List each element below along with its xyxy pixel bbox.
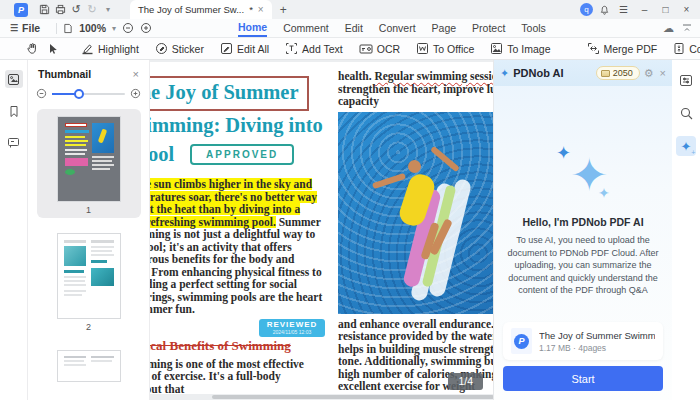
edit-all-button[interactable]: Edit All (220, 42, 269, 55)
tab-convert[interactable]: Convert (379, 20, 416, 36)
app-menu-icon[interactable]: ☰ (616, 4, 631, 15)
credits-icon (601, 70, 610, 77)
user-avatar[interactable]: q (580, 3, 593, 16)
thumbnail-panel-title: Thumbnail (38, 68, 91, 80)
ai-sparkle-icon: ✦ (500, 67, 509, 80)
page-thumbnail-2[interactable]: 2 (37, 226, 141, 335)
properties-panel-icon[interactable] (676, 70, 696, 90)
merge-pdf-button[interactable]: Merge PDF (587, 42, 658, 55)
merge-pdf-label: Merge PDF (604, 43, 658, 55)
file-menu[interactable]: ☰ File (0, 22, 50, 34)
page-thumbnail-1[interactable]: 1 (37, 109, 141, 218)
divider (56, 23, 57, 34)
section-heading-strikethrough[interactable]: Physical Benefits of Swimming (150, 338, 325, 354)
zoom-in-icon[interactable] (140, 22, 152, 34)
document-title-line1-box: The Joy of Summer (150, 76, 325, 111)
tab-home[interactable]: Home (238, 19, 267, 37)
tab-page[interactable]: Page (432, 20, 457, 36)
document-tab-title: The Joy of Summer Sw... (138, 4, 244, 15)
reviewed-stamp[interactable]: REVIEWED 2024/11/05 12:03 (259, 319, 325, 337)
approved-stamp[interactable]: APPROVED (190, 144, 294, 165)
thumbnail-preview (58, 351, 120, 381)
reviewed-stamp-label: REVIEWED (259, 320, 325, 329)
thumbnail-preview (58, 117, 120, 201)
to-office-label: To Office (433, 43, 474, 55)
page-fit-icon[interactable] (63, 23, 73, 34)
tab-comment[interactable]: Comment (283, 20, 329, 36)
notification-bell-icon[interactable] (599, 4, 610, 15)
ai-welcome-title: Hello, I'm PDNob PDF AI (494, 216, 672, 228)
zoom-dropdown-icon[interactable]: ▾ (112, 24, 116, 33)
bookmark-panel-icon[interactable] (5, 102, 23, 120)
horizontal-scrollbar[interactable] (212, 395, 493, 399)
ai-start-button[interactable]: Start (503, 366, 663, 391)
highlight-button[interactable]: Highlight (81, 42, 139, 55)
tab-edit[interactable]: Edit (345, 20, 363, 36)
ai-file-meta: 1.17 MB · 4pages (539, 343, 655, 353)
add-text-label: Add Text (302, 43, 343, 55)
collapse-toolbar-icon[interactable] (682, 23, 692, 33)
thumbnail-panel-icon[interactable] (5, 70, 23, 88)
file-menu-label: File (22, 22, 40, 34)
swimmer-photo (338, 112, 493, 314)
credits-badge[interactable]: 2050 (596, 66, 640, 80)
rectangle-annotation[interactable]: The Joy of Summer (150, 76, 309, 111)
pdf-file-icon: P (511, 328, 532, 354)
ocr-label: OCR (377, 43, 400, 55)
ai-file-card[interactable]: P The Joy of Summer Swimming(2) 1.17 MB … (503, 322, 663, 360)
ai-panel-close-icon[interactable]: × (660, 67, 666, 79)
to-image-button[interactable]: To Image (490, 42, 550, 55)
page-thumbnail-3[interactable] (37, 343, 141, 384)
thumbnail-panel-close-icon[interactable]: × (133, 68, 139, 80)
titlebar: P ↺ ↻ ▾ The Joy of Summer Sw... * × + q … (0, 0, 700, 19)
highlight-label: Highlight (98, 43, 139, 55)
hand-tool-button[interactable] (26, 42, 39, 55)
select-tool-button[interactable] (47, 43, 59, 55)
window-maximize-button[interactable]: □ (658, 4, 673, 15)
ai-assistant-icon[interactable]: ✦ (676, 136, 696, 156)
thumb-zoom-in-icon[interactable] (130, 88, 141, 99)
slider-knob[interactable] (74, 89, 84, 99)
toolbar-dropdown-icon[interactable]: ▾ (100, 2, 116, 18)
tab-protect[interactable]: Protect (472, 20, 505, 36)
document-tab[interactable]: The Joy of Summer Sw... * × (130, 0, 272, 19)
print-icon[interactable] (52, 2, 68, 18)
squiggly-annotation[interactable]: Regular swimming sessions can (374, 70, 493, 82)
zoom-out-icon[interactable] (122, 22, 134, 34)
add-text-button[interactable]: Add Text (285, 42, 343, 55)
intro-paragraph: As the sun climbs higher in the sky and … (150, 178, 325, 316)
search-icon[interactable] (676, 103, 696, 123)
to-image-label: To Image (507, 43, 550, 55)
benefits-paragraph: Swimming is one of the most effective fo… (150, 358, 325, 395)
tab-tools[interactable]: Tools (521, 20, 546, 36)
pdf-page: The Joy of Summer Swimming: Diving into … (150, 62, 493, 394)
document-title-line2: Swimming: Diving into (150, 111, 325, 140)
sticker-button[interactable]: Sticker (155, 42, 204, 55)
comment-panel-icon[interactable] (5, 134, 23, 152)
page-indicator-badge: 1/4 (448, 373, 483, 390)
new-tab-button[interactable]: + (280, 3, 287, 17)
toolbar: Highlight Sticker Edit All Add Text OCR … (0, 38, 700, 60)
save-icon[interactable] (36, 2, 52, 18)
to-office-button[interactable]: To Office (416, 42, 474, 55)
thumb-zoom-out-icon[interactable] (36, 88, 47, 99)
ocr-button[interactable]: OCR (359, 43, 400, 55)
document-viewport[interactable]: The Joy of Summer Swimming: Diving into … (150, 60, 493, 400)
zoom-level-value[interactable]: 100% (79, 22, 106, 34)
file-menu-icon: ☰ (10, 23, 18, 33)
ai-panel-title: PDNob AI (513, 67, 591, 79)
credits-value: 2050 (613, 68, 633, 78)
ai-file-name: The Joy of Summer Swimming(2) (539, 330, 655, 341)
cloud-icon[interactable]: ☁ (663, 22, 674, 35)
reviewed-stamp-date: 2024/11/05 12:03 (259, 329, 325, 335)
compress-pdf-button[interactable]: Compress PDF (673, 42, 700, 55)
thumbnail-page-number: 1 (86, 205, 91, 215)
left-sidebar-rail (0, 60, 28, 400)
right-sidebar-rail: ✦ (672, 60, 700, 400)
window-minimize-button[interactable]: – (637, 4, 652, 15)
ai-settings-gear-icon[interactable]: ⚙ (644, 67, 654, 80)
undo-icon[interactable]: ↺ (68, 2, 84, 18)
tab-close-icon[interactable]: × (258, 4, 264, 15)
thumbnail-size-slider[interactable] (52, 93, 125, 95)
window-close-button[interactable]: × (679, 4, 694, 15)
